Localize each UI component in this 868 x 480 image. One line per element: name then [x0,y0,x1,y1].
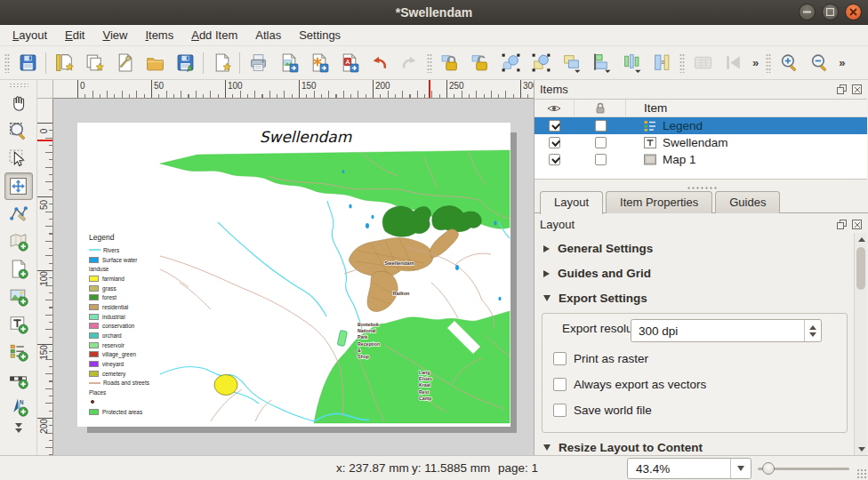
menu-add-item[interactable]: Add Item [182,26,246,44]
vertical-ruler[interactable]: 050100150200 [37,99,53,455]
toolbar-overflow-button[interactable]: » [748,56,763,69]
add-north-arrow-tool[interactable]: N [4,393,33,420]
save-world-file-checkbox[interactable]: Save world file [553,404,652,417]
layout-canvas[interactable]: Swellendam [53,99,534,455]
visibility-checkbox[interactable] [549,120,560,132]
new-layout-button[interactable] [49,50,79,76]
add-3d-map-tool[interactable] [4,255,33,283]
open-button[interactable] [140,50,170,76]
menu-layout[interactable]: Layout [4,26,56,44]
section-general-settings[interactable]: General Settings [543,242,653,255]
legend-item[interactable]: Legend RiversSurface waterlandusefarmlan… [89,233,169,416]
panel-scrollbar[interactable] [854,233,867,455]
align-items-button[interactable] [586,50,616,76]
layout-page[interactable]: Swellendam [77,123,510,427]
toolbar-grip[interactable] [766,53,771,73]
distribute-items-button[interactable] [616,50,647,76]
save-as-button[interactable] [170,50,200,76]
toolbar-grip[interactable] [679,53,685,73]
spin-up-icon[interactable] [809,325,816,330]
checkbox[interactable] [553,352,567,365]
lock-checkbox[interactable] [595,120,607,132]
toolbox-grip[interactable] [9,83,28,88]
tab-layout[interactable]: Layout [540,191,603,214]
pan-tool[interactable] [4,90,33,117]
lock-checkbox[interactable] [595,137,607,148]
group-items-button[interactable] [495,50,526,76]
unlock-all-button[interactable] [465,50,495,76]
ellipse-shape-item[interactable] [214,375,237,396]
spin-down-icon[interactable] [809,332,816,337]
toolbox-more-button[interactable] [15,422,22,434]
export-svg-button[interactable] [303,50,334,76]
lock-checkbox[interactable] [595,154,607,165]
add-pages-button[interactable] [206,50,237,76]
toolbar-grip[interactable] [427,53,432,73]
export-pdf-button[interactable] [334,50,364,76]
zoom-slider[interactable] [758,458,849,479]
raise-items-button[interactable] [556,50,586,76]
atlas-first-feature-button[interactable] [718,50,748,76]
zoom-tool[interactable] [4,117,33,145]
panel-splitter[interactable] [687,186,717,190]
undo-button[interactable] [364,50,394,76]
add-label-tool[interactable] [4,310,33,338]
select-move-item-tool[interactable] [4,145,33,172]
zoom-in-button[interactable] [774,50,804,76]
export-resolution-spinbox[interactable]: 300 dpi [631,319,822,342]
close-button[interactable] [845,4,862,20]
menu-items[interactable]: Items [136,26,182,44]
items-row-map1[interactable]: Map 1 [534,151,867,168]
close-panel-icon[interactable] [851,84,863,95]
maximize-button[interactable] [822,4,839,20]
close-panel-icon[interactable] [851,219,863,230]
toolbar-overflow-button[interactable]: » [834,56,849,69]
menu-view[interactable]: View [93,26,136,44]
add-picture-tool[interactable] [4,283,33,310]
items-row-legend[interactable]: Legend [534,117,867,134]
ungroup-items-button[interactable] [526,50,556,76]
save-project-button[interactable] [12,50,43,76]
add-scalebar-tool[interactable] [4,365,33,393]
visibility-checkbox[interactable] [549,137,560,148]
visibility-checkbox[interactable] [549,154,560,165]
scrollbar-thumb[interactable] [856,247,865,290]
checkbox[interactable] [553,404,567,417]
zoom-out-button[interactable] [804,50,834,76]
float-panel-icon[interactable] [836,219,848,230]
section-resize-layout[interactable]: Resize Layout to Content [543,441,703,454]
move-item-content-tool[interactable] [4,172,33,200]
scroll-up-icon[interactable] [855,233,868,245]
edit-nodes-item-tool[interactable] [4,200,33,228]
resize-grip[interactable] [856,468,866,478]
section-export-settings[interactable]: Export Settings [543,292,647,305]
tab-guides[interactable]: Guides [715,191,780,213]
layout-manager-button[interactable] [109,50,140,76]
toolbar-grip[interactable] [4,53,10,73]
print-button[interactable] [243,50,273,76]
tab-item-properties[interactable]: Item Properties [606,191,712,213]
export-image-button[interactable] [273,50,303,76]
minimize-button[interactable] [799,4,816,20]
zoom-level-combobox[interactable]: 43.4% [627,458,751,479]
lock-items-button[interactable] [435,50,465,76]
menu-settings[interactable]: Settings [290,26,350,44]
add-legend-tool[interactable] [4,338,33,365]
resize-items-button[interactable] [647,50,677,76]
atlas-preview-button[interactable] [687,50,718,76]
redo-button[interactable] [394,50,424,76]
menu-edit[interactable]: Edit [56,26,93,44]
add-map-tool[interactable] [4,228,33,255]
slider-handle[interactable] [762,462,775,475]
horizontal-ruler[interactable]: 050100150200250300 [53,80,534,99]
menu-atlas[interactable]: Atlas [246,26,290,44]
float-panel-icon[interactable] [836,84,848,95]
items-row-swellendam[interactable]: Swellendam [534,134,867,151]
scroll-down-icon[interactable] [855,443,868,455]
checkbox[interactable] [553,378,567,391]
always-export-vectors-checkbox[interactable]: Always export as vectors [553,378,706,391]
duplicate-layout-button[interactable] [79,50,109,76]
section-guides-and-grid[interactable]: Guides and Grid [543,267,651,280]
print-as-raster-checkbox[interactable]: Print as raster [553,352,648,365]
combobox-dropdown-icon[interactable] [730,459,751,478]
